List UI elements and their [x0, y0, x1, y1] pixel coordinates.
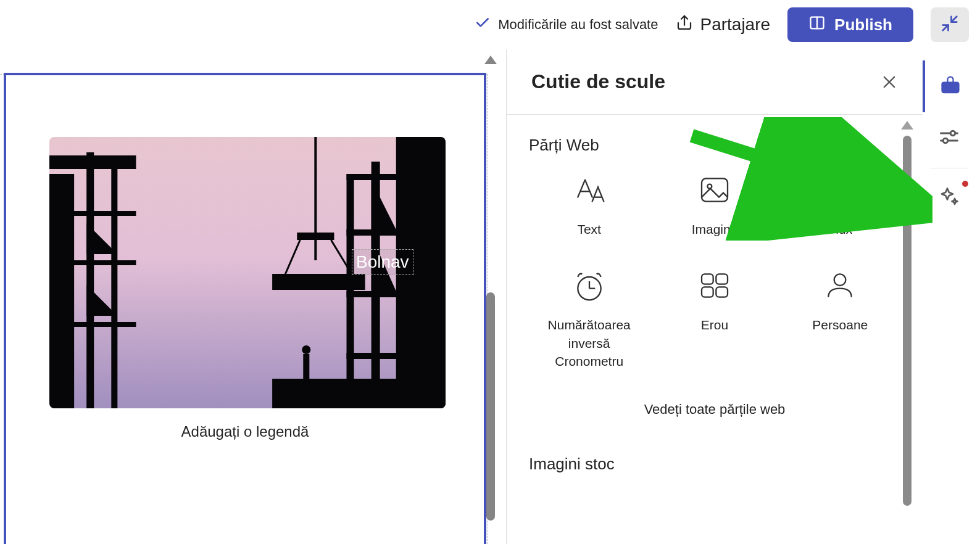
svg-rect-27 [272, 379, 446, 384]
svg-rect-4 [86, 152, 94, 408]
share-label: Partajare [700, 15, 770, 35]
rail-divider [931, 168, 968, 168]
toolbox-body: Părți Web Text Imagine [507, 115, 923, 544]
svg-point-35 [707, 184, 712, 189]
svg-point-43 [834, 274, 846, 286]
stock-images-section-title: Imagini stoc [529, 455, 900, 474]
svg-point-50 [943, 138, 948, 143]
toolbox-panel: Cutie de scule Părți Web Text [506, 49, 923, 544]
toolbox-scrollbar[interactable] [898, 121, 916, 538]
people-icon [821, 266, 859, 305]
sliders-icon [938, 126, 960, 150]
notification-badge [962, 181, 968, 187]
svg-rect-40 [716, 274, 728, 284]
webpart-label: Persoane [812, 316, 868, 334]
webpart-label: Imagine [692, 220, 738, 238]
share-button[interactable]: Partajare [675, 14, 770, 36]
close-button[interactable] [881, 73, 898, 91]
toolbox-title: Cutie de scule [531, 70, 665, 93]
image-webpart-selection[interactable]: Bolnav Adăugați o legendă [4, 73, 486, 544]
webpart-hero[interactable]: Erou [654, 266, 774, 370]
webpart-stream[interactable]: Flux [780, 171, 900, 238]
webpart-label: Text [577, 220, 601, 238]
svg-rect-15 [347, 174, 446, 180]
svg-rect-16 [347, 229, 446, 236]
webpart-text[interactable]: Text [529, 171, 649, 238]
publish-label: Publish [834, 15, 892, 35]
text-icon [570, 171, 608, 209]
rail-toolbox-button[interactable] [923, 60, 976, 112]
svg-rect-22 [297, 233, 334, 240]
canvas-scrollbar[interactable] [481, 56, 500, 538]
command-bar: Modificările au fost salvate Partajare P… [0, 0, 980, 49]
collapse-button[interactable] [931, 7, 969, 42]
image-icon [696, 171, 734, 209]
see-all-webparts-link[interactable]: Vedeți toate părțile web [529, 402, 900, 418]
svg-rect-3 [49, 174, 74, 408]
webpart-countdown[interactable]: Numărătoarea inversă Cronometru [529, 266, 649, 370]
save-status: Modificările au fost salvate [475, 15, 658, 35]
book-icon [808, 14, 826, 36]
scroll-thumb[interactable] [903, 136, 911, 506]
clock-icon [570, 266, 608, 305]
svg-rect-39 [702, 274, 713, 284]
svg-point-48 [950, 131, 955, 136]
svg-rect-6 [49, 155, 136, 169]
canvas-column: Bolnav Adăugați o legendă [0, 49, 506, 544]
svg-rect-17 [347, 291, 446, 297]
rail-design-ideas-button[interactable] [923, 172, 976, 224]
webpart-label: Flux [828, 220, 852, 238]
image-overlay-text[interactable]: Bolnav [352, 249, 413, 275]
svg-point-29 [302, 345, 310, 354]
scroll-up-icon [901, 121, 913, 130]
scroll-thumb[interactable] [486, 292, 495, 521]
toolbox-header: Cutie de scule [507, 49, 923, 115]
save-status-text: Modificările au fost salvate [498, 17, 658, 33]
right-rail [923, 49, 976, 544]
hero-icon [696, 266, 734, 305]
scroll-up-icon [484, 56, 497, 64]
image-placeholder[interactable]: Bolnav [49, 137, 446, 408]
svg-rect-8 [49, 260, 136, 265]
image-caption-input[interactable]: Adăugați o legendă [49, 423, 441, 440]
stream-icon [821, 171, 859, 209]
webpart-people[interactable]: Persoane [780, 266, 900, 370]
svg-rect-26 [272, 384, 446, 408]
check-icon [475, 15, 491, 35]
share-icon [675, 14, 694, 36]
svg-rect-34 [702, 178, 728, 201]
collapse-icon [941, 14, 959, 35]
svg-rect-28 [303, 354, 309, 384]
webpart-image[interactable]: Imagine [654, 171, 774, 238]
svg-rect-18 [347, 353, 446, 359]
svg-rect-46 [942, 83, 959, 93]
webpart-label: Numărătoarea inversă Cronometru [529, 316, 649, 370]
webpart-label: Erou [701, 316, 728, 334]
webparts-grid: Text Imagine Flux [529, 171, 900, 371]
webparts-section-title: Părți Web [529, 136, 900, 155]
svg-rect-7 [49, 211, 136, 216]
main-area: Bolnav Adăugați o legendă Cutie de scule… [0, 49, 980, 544]
svg-rect-41 [702, 287, 713, 297]
svg-rect-25 [272, 274, 365, 290]
publish-button[interactable]: Publish [787, 7, 913, 42]
toolbox-icon [939, 74, 961, 99]
svg-rect-9 [49, 322, 136, 327]
svg-rect-5 [111, 168, 117, 408]
svg-rect-42 [716, 287, 728, 297]
rail-properties-button[interactable] [923, 112, 976, 164]
sparkle-icon [938, 186, 960, 210]
